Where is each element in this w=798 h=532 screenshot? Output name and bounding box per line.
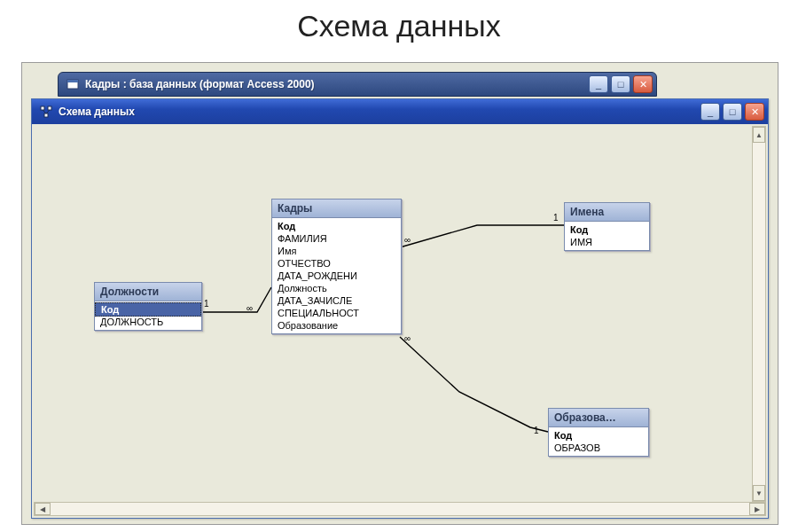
field-item[interactable]: СПЕЦИАЛЬНОСТ xyxy=(272,307,401,319)
cardinality-many: ∞ xyxy=(404,333,411,343)
db-window-maximize-button[interactable]: □ xyxy=(611,75,630,93)
cardinality-one: 1 xyxy=(534,426,539,435)
scroll-right-button[interactable]: ▶ xyxy=(749,503,765,515)
field-item[interactable]: Должность xyxy=(272,282,401,294)
db-window-titlebar: Кадры : база данных (формат Access 2000)… xyxy=(58,72,657,97)
field-list: Код ДОЛЖНОСТЬ xyxy=(95,301,201,330)
minimize-icon: _ xyxy=(596,79,601,90)
db-window-app-icon xyxy=(66,77,80,91)
field-item[interactable]: Код xyxy=(95,302,201,317)
table-kadry[interactable]: Кадры Код ФАМИЛИЯ Имя ОТЧЕСТВО ДАТА_РОЖД… xyxy=(271,199,402,334)
table-header[interactable]: Имена xyxy=(565,203,649,222)
chevron-right-icon: ▶ xyxy=(755,505,760,513)
field-item[interactable]: ИМЯ xyxy=(565,236,649,248)
scroll-up-button[interactable]: ▲ xyxy=(753,127,765,143)
field-item[interactable]: Код xyxy=(565,223,649,236)
schema-close-button[interactable]: ✕ xyxy=(745,103,764,121)
cardinality-one: 1 xyxy=(553,213,559,223)
field-list: Код ФАМИЛИЯ Имя ОТЧЕСТВО ДАТА_РОЖДЕНИ До… xyxy=(272,218,401,333)
field-item[interactable]: Код xyxy=(549,429,648,442)
field-item[interactable]: ОБРАЗОВ xyxy=(549,442,648,454)
chevron-left-icon: ◀ xyxy=(40,505,45,513)
outer-frame: Кадры : база данных (формат Access 2000)… xyxy=(21,62,778,525)
field-item[interactable]: Код xyxy=(272,220,401,232)
vertical-scrollbar[interactable]: ▲ ▼ xyxy=(752,126,766,502)
chevron-down-icon: ▼ xyxy=(755,489,763,497)
horizontal-scrollbar[interactable]: ◀ ▶ xyxy=(34,502,766,516)
table-dolzhnosti[interactable]: Должности Код ДОЛЖНОСТЬ xyxy=(94,282,202,331)
field-list: Код ОБРАЗОВ xyxy=(549,427,648,456)
svg-rect-1 xyxy=(67,80,78,82)
schema-canvas[interactable]: 1 ∞ ∞ 1 ∞ 1 Должности Код ДОЛЖНОСТЬ Кадр… xyxy=(34,126,766,502)
maximize-icon: □ xyxy=(730,106,736,117)
cardinality-many: ∞ xyxy=(404,235,411,245)
svg-rect-3 xyxy=(48,106,51,110)
scroll-down-button[interactable]: ▼ xyxy=(753,485,765,501)
table-obrazovanie[interactable]: Образова… Код ОБРАЗОВ xyxy=(548,408,649,457)
db-window-minimize-button[interactable]: _ xyxy=(589,75,608,93)
table-imena[interactable]: Имена Код ИМЯ xyxy=(564,202,650,251)
cardinality-one: 1 xyxy=(204,299,209,309)
close-icon: ✕ xyxy=(751,106,759,118)
svg-rect-4 xyxy=(44,113,48,117)
svg-line-5 xyxy=(43,110,46,113)
schema-window-title: Схема данных xyxy=(59,106,700,118)
schema-window-titlebar[interactable]: Схема данных _ □ ✕ xyxy=(32,99,768,124)
table-header[interactable]: Кадры xyxy=(272,200,401,218)
field-item[interactable]: ФАМИЛИЯ xyxy=(272,232,401,245)
close-icon: ✕ xyxy=(639,79,647,90)
scroll-left-button[interactable]: ◀ xyxy=(35,503,51,515)
relationships-icon xyxy=(39,105,53,119)
field-item[interactable]: Имя xyxy=(272,245,401,257)
field-list: Код ИМЯ xyxy=(565,222,649,250)
field-item[interactable]: ОТЧЕСТВО xyxy=(272,257,401,270)
table-header[interactable]: Образова… xyxy=(549,409,648,427)
schema-window: Схема данных _ □ ✕ 1 ∞ ∞ 1 ∞ xyxy=(31,98,769,519)
minimize-icon: _ xyxy=(708,106,713,117)
field-item[interactable]: ДАТА_ЗАЧИСЛЕ xyxy=(272,294,401,307)
db-window-title: Кадры : база данных (формат Access 2000) xyxy=(85,78,589,90)
db-window-close-button[interactable]: ✕ xyxy=(633,75,653,93)
maximize-icon: □ xyxy=(618,79,624,90)
cardinality-many: ∞ xyxy=(246,303,253,313)
schema-maximize-button[interactable]: □ xyxy=(723,103,742,121)
schema-minimize-button[interactable]: _ xyxy=(700,103,720,121)
table-header[interactable]: Должности xyxy=(95,283,201,301)
field-item[interactable]: ДАТА_РОЖДЕНИ xyxy=(272,270,401,282)
page-title: Схема данных xyxy=(0,9,798,43)
svg-line-6 xyxy=(46,110,50,113)
field-item[interactable]: ДОЛЖНОСТЬ xyxy=(95,316,201,328)
chevron-up-icon: ▲ xyxy=(755,131,763,139)
field-item[interactable]: Образование xyxy=(272,319,401,332)
svg-rect-2 xyxy=(41,106,44,110)
